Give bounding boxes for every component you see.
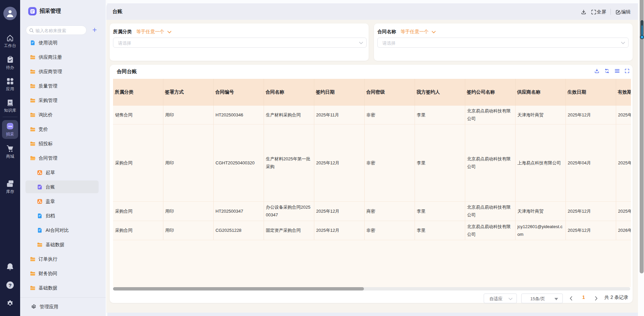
svg-text:?: ? [8,282,11,288]
svg-text:SRM: SRM [8,125,12,127]
svg-text:AI: AI [9,101,11,104]
